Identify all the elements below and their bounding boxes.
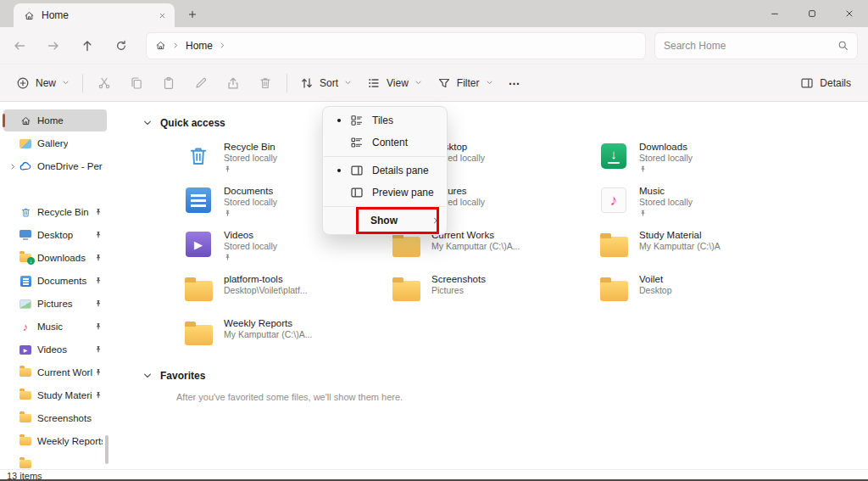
- menu-item-preview-pane[interactable]: Preview pane: [323, 182, 447, 204]
- up-button[interactable]: [73, 31, 102, 60]
- search-box[interactable]: [654, 32, 858, 59]
- new-label: New: [36, 77, 56, 89]
- recycle-bin-icon: [183, 141, 214, 171]
- close-button[interactable]: [831, 0, 868, 27]
- window-controls: [756, 0, 868, 27]
- sidebar-item-home[interactable]: Home: [3, 109, 107, 131]
- expander-slot: [7, 115, 19, 126]
- paste-button[interactable]: [153, 69, 185, 98]
- menu-separator: [324, 156, 446, 157]
- chevron-right-icon[interactable]: [219, 42, 226, 49]
- file-tile-platform-tools[interactable]: platform-tools Desktop\Voilet\platf...: [176, 270, 384, 314]
- file-tile-screenshots[interactable]: Screenshots Pictures: [384, 270, 592, 314]
- sidebar-item-label: Recycle Bin: [37, 207, 89, 217]
- sidebar-group-gap: [0, 178, 110, 200]
- forward-button[interactable]: [39, 31, 68, 60]
- sidebar-item-pictures[interactable]: Pictures: [3, 293, 107, 315]
- chevron-down-icon[interactable]: [142, 371, 153, 381]
- view-button[interactable]: View: [359, 69, 430, 98]
- file-tile-weekly-reports[interactable]: Weekly Reports My Kamputtar (C:\)A...: [176, 314, 384, 358]
- sidebar-item-onedrive[interactable]: OneDrive - Pers: [3, 155, 107, 177]
- folder-icon: [598, 229, 629, 260]
- onedrive-cloud-icon: [19, 159, 32, 173]
- copy-icon: [130, 76, 143, 90]
- home-icon: [24, 10, 35, 21]
- file-tile-study-material[interactable]: Study Material My Kamputtar (C:\)A: [592, 226, 799, 270]
- sidebar-item-weekly-reports[interactable]: Weekly Reports: [3, 430, 107, 452]
- file-name: Downloads: [639, 141, 693, 153]
- expander-slot: [7, 298, 19, 310]
- sidebar-item-recycle-bin[interactable]: Recycle Bin: [3, 201, 107, 223]
- refresh-button[interactable]: [107, 31, 136, 60]
- filter-button[interactable]: Filter: [430, 69, 501, 98]
- sidebar-item-documents[interactable]: Documents: [3, 270, 107, 292]
- minimize-button[interactable]: [756, 0, 793, 27]
- new-button[interactable]: New: [8, 69, 77, 98]
- sidebar-item-desktop[interactable]: Desktop: [3, 224, 107, 246]
- sidebar-item-study-material[interactable]: Study Materi: [3, 384, 107, 406]
- cut-button[interactable]: [88, 69, 120, 98]
- sidebar-item-downloads[interactable]: Downloads: [3, 247, 107, 269]
- chevron-right-icon[interactable]: [7, 160, 19, 172]
- new-tab-button[interactable]: [181, 3, 203, 25]
- rename-button[interactable]: [185, 69, 217, 98]
- expander-slot: [7, 321, 19, 333]
- back-button[interactable]: [5, 31, 34, 60]
- delete-button[interactable]: [249, 69, 281, 98]
- file-subtitle: Desktop\Voilet\platf...: [224, 285, 308, 296]
- copy-button[interactable]: [120, 69, 153, 98]
- file-tile-voilet[interactable]: Voilet Desktop: [592, 270, 799, 314]
- file-name: Study Material: [639, 229, 721, 241]
- file-tile-downloads[interactable]: ↓ Downloads Stored locally: [592, 137, 799, 182]
- sidebar-item-label: Music: [37, 322, 63, 332]
- files-area: Quick access Recycle Bin Stored locally …: [110, 102, 868, 469]
- sort-button[interactable]: Sort: [292, 69, 359, 98]
- sidebar-item-label: Screenshots: [37, 413, 92, 423]
- chevron-down-icon[interactable]: [142, 118, 153, 128]
- tiles-icon: [350, 114, 364, 127]
- trash-icon: [259, 76, 272, 90]
- search-input[interactable]: [664, 40, 832, 52]
- sidebar-item-current-works[interactable]: Current Worl: [3, 361, 107, 383]
- music-icon: ♪: [19, 320, 32, 333]
- breadcrumb-home[interactable]: Home: [186, 40, 213, 52]
- sidebar-item-screenshots[interactable]: Screenshots: [3, 407, 107, 429]
- share-icon: [226, 76, 240, 90]
- chevron-down-icon: [415, 79, 422, 87]
- expander-slot: [7, 206, 19, 218]
- tab-close-button[interactable]: [154, 8, 170, 23]
- explorer-tab[interactable]: Home: [14, 3, 175, 27]
- folder-icon: [19, 366, 32, 379]
- file-tile-music[interactable]: ♪ Music Stored locally: [592, 182, 799, 226]
- sidebar-item-gallery[interactable]: Gallery: [3, 132, 107, 154]
- rename-icon: [194, 76, 208, 90]
- details-toggle-button[interactable]: Details: [792, 69, 860, 98]
- pin-icon: [639, 165, 647, 173]
- sidebar-item-videos[interactable]: ▶ Videos: [3, 338, 107, 361]
- menu-item-details-pane[interactable]: Details pane: [323, 159, 447, 182]
- menu-item-label: Content: [372, 137, 408, 148]
- annotation-highlight: [356, 207, 439, 234]
- expander-slot: [7, 252, 19, 264]
- file-name: Screenshots: [431, 273, 486, 285]
- gallery-icon: [19, 137, 32, 150]
- see-more-button[interactable]: …: [501, 69, 528, 98]
- details-label: Details: [820, 77, 851, 89]
- menu-item-show[interactable]: Show: [323, 210, 447, 232]
- sidebar-scrollbar[interactable]: [105, 435, 108, 464]
- view-dropdown-menu: Tiles Content Details pane Preview pane …: [322, 106, 448, 235]
- menu-item-content[interactable]: Content: [323, 131, 447, 154]
- search-icon[interactable]: [837, 40, 849, 51]
- address-bar[interactable]: Home: [146, 32, 646, 59]
- maximize-button[interactable]: [793, 0, 831, 27]
- menu-item-tiles[interactable]: Tiles: [323, 109, 447, 131]
- details-pane-icon: [800, 76, 814, 90]
- pin-icon: [94, 299, 103, 308]
- view-label: View: [387, 77, 409, 89]
- sidebar-item-clipped[interactable]: [3, 453, 107, 469]
- pin-icon: [224, 210, 231, 217]
- sidebar-item-music[interactable]: ♪ Music: [3, 316, 107, 338]
- ellipsis-icon: …: [509, 74, 520, 87]
- share-button[interactable]: [217, 69, 249, 98]
- sidebar-item-label: Study Materi: [37, 390, 92, 400]
